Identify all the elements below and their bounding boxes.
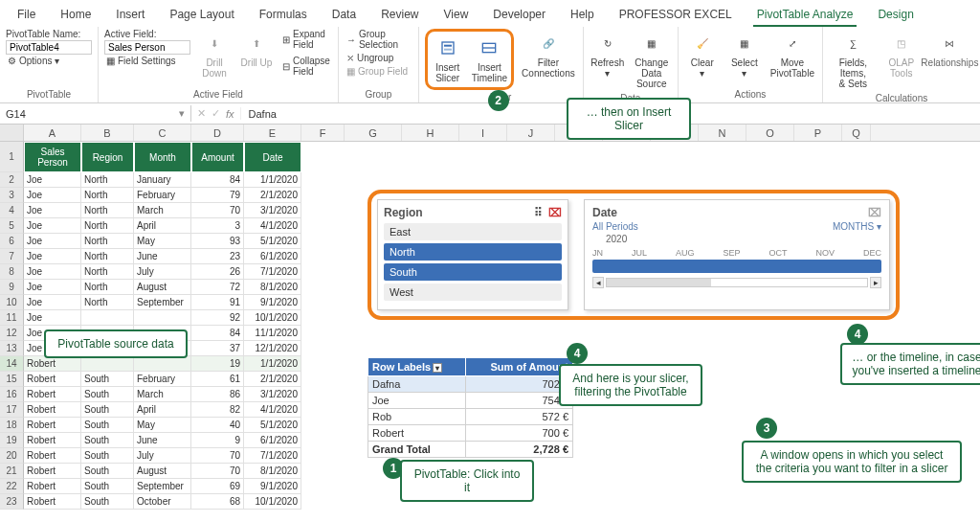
tab-help[interactable]: Help <box>567 4 598 27</box>
row-header-19[interactable]: 19 <box>0 433 24 448</box>
cell[interactable]: Robert <box>24 433 81 448</box>
region-slicer[interactable]: Region ⠿ ⌧ EastNorthSouthWest <box>377 199 568 310</box>
ungroup-button[interactable]: ⤫Ungroup <box>345 53 412 63</box>
row-header-13[interactable]: 13 <box>0 341 24 356</box>
cell[interactable]: South <box>81 464 134 479</box>
cell[interactable]: Joe <box>24 249 81 264</box>
cell[interactable]: July <box>134 264 191 280</box>
cell[interactable]: 3 <box>191 218 244 234</box>
drill-up-button[interactable]: ⬆Drill Up <box>238 29 275 70</box>
accept-formula-icon[interactable]: ✓ <box>212 107 220 120</box>
cell[interactable]: April <box>134 218 191 234</box>
collapse-field-button[interactable]: ⊟Collapse Field <box>280 56 332 77</box>
cell[interactable]: March <box>134 203 191 218</box>
row-header-6[interactable]: 6 <box>0 234 24 249</box>
row-header-5[interactable]: 5 <box>0 218 24 234</box>
select-button[interactable]: ▦Select▾ <box>726 29 763 80</box>
cell[interactable]: 9/1/2020 <box>244 295 301 310</box>
cell[interactable]: May <box>134 418 191 433</box>
pivot-dropdown-icon[interactable]: ▾ <box>433 363 442 373</box>
column-header-N[interactable]: N <box>699 125 746 141</box>
cell[interactable]: 4/1/2020 <box>244 218 301 234</box>
cell[interactable]: March <box>134 387 191 402</box>
cell[interactable]: Robert <box>24 494 81 510</box>
cell[interactable]: 37 <box>191 341 244 356</box>
cell[interactable]: 6/1/2020 <box>244 249 301 264</box>
cell[interactable]: North <box>81 295 134 310</box>
cell[interactable]: 69 <box>191 479 244 494</box>
cell[interactable]: 40 <box>191 418 244 433</box>
group-selection-button[interactable]: →Group Selection <box>345 29 412 50</box>
cell[interactable]: North <box>81 172 134 188</box>
cell[interactable]: North <box>81 264 134 280</box>
row-header-18[interactable]: 18 <box>0 418 24 433</box>
cell[interactable]: May <box>134 234 191 249</box>
cell[interactable]: 70 <box>191 464 244 479</box>
pivot-row[interactable]: Robert700 € <box>368 425 573 442</box>
cell[interactable]: 2/1/2020 <box>244 372 301 387</box>
cell[interactable]: 9 <box>191 433 244 448</box>
cell[interactable] <box>81 356 134 372</box>
cell[interactable]: Robert <box>24 479 81 494</box>
drill-down-button[interactable]: ⬇Drill Down <box>196 29 233 80</box>
column-header-O[interactable]: O <box>746 125 794 141</box>
pivot-table[interactable]: Row Labels▾ Sum of Amount Dafna702 €Joe7… <box>368 357 573 458</box>
cell[interactable]: 92 <box>191 310 244 326</box>
column-header-P[interactable]: P <box>794 125 842 141</box>
tab-page-layout[interactable]: Page Layout <box>166 4 237 27</box>
cell[interactable]: August <box>134 464 191 479</box>
pivot-name-input[interactable] <box>6 40 92 55</box>
cell[interactable]: Joe <box>24 295 81 310</box>
cell[interactable]: 84 <box>191 172 244 188</box>
slicer-item-west[interactable]: West <box>384 284 562 301</box>
cell[interactable]: June <box>134 249 191 264</box>
cell[interactable]: 8/1/2020 <box>244 280 301 295</box>
cell[interactable]: 70 <box>191 203 244 218</box>
tab-home[interactable]: Home <box>56 4 95 27</box>
cell[interactable]: June <box>134 433 191 448</box>
cell[interactable]: Joe <box>24 234 81 249</box>
cell[interactable]: 93 <box>191 234 244 249</box>
cell[interactable]: 23 <box>191 249 244 264</box>
tab-insert[interactable]: Insert <box>112 4 148 27</box>
cell[interactable]: Joe <box>24 172 81 188</box>
timeline-unit[interactable]: MONTHS ▾ <box>833 221 881 232</box>
cell[interactable]: 1/1/2020 <box>244 172 301 188</box>
cell[interactable]: 91 <box>191 295 244 310</box>
cell[interactable]: Joe <box>24 218 81 234</box>
timeline-scrollbar[interactable]: ◂ ▸ <box>592 277 881 288</box>
tab-review[interactable]: Review <box>377 4 422 27</box>
cell[interactable]: Robert <box>24 448 81 464</box>
tab-formulas[interactable]: Formulas <box>256 4 311 27</box>
column-header-B[interactable]: B <box>81 125 134 141</box>
cell[interactable]: 70 <box>191 448 244 464</box>
cell[interactable] <box>81 310 134 326</box>
row-header-2[interactable]: 2 <box>0 172 24 188</box>
cell[interactable]: North <box>81 234 134 249</box>
column-header-F[interactable]: F <box>301 125 345 141</box>
pivot-col-rowlabels[interactable]: Row Labels▾ <box>368 358 466 376</box>
column-header-J[interactable]: J <box>507 125 555 141</box>
cell[interactable]: September <box>134 295 191 310</box>
fields-items-sets-button[interactable]: ∑Fields, Items, & Sets <box>829 29 878 91</box>
cell[interactable]: North <box>81 249 134 264</box>
column-header-G[interactable]: G <box>345 125 402 141</box>
insert-timeline-button[interactable]: Insert Timeline <box>470 34 509 85</box>
cell[interactable]: September <box>134 479 191 494</box>
row-header-21[interactable]: 21 <box>0 464 24 479</box>
cell[interactable]: South <box>81 418 134 433</box>
cell[interactable]: February <box>134 372 191 387</box>
row-header-12[interactable]: 12 <box>0 326 24 341</box>
cell[interactable]: 8/1/2020 <box>244 464 301 479</box>
column-header-I[interactable]: I <box>459 125 507 141</box>
slicer-item-south[interactable]: South <box>384 263 562 281</box>
cell[interactable]: 68 <box>191 494 244 510</box>
cell[interactable]: South <box>81 372 134 387</box>
fx-icon[interactable]: fx <box>226 108 234 120</box>
cell[interactable]: Robert <box>24 418 81 433</box>
row-header-16[interactable]: 16 <box>0 387 24 402</box>
olap-tools-button[interactable]: ◳OLAP Tools <box>883 29 920 80</box>
cell[interactable]: February <box>134 188 191 203</box>
move-pivottable-button[interactable]: ⤢Move PivotTable <box>768 29 816 80</box>
row-header-10[interactable]: 10 <box>0 295 24 310</box>
